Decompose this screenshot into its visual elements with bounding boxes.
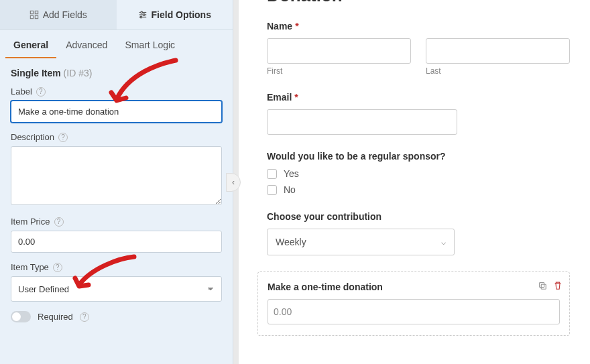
field-id: (ID #3) <box>64 68 93 78</box>
required-asterisk: * <box>294 92 298 103</box>
email-label-text: Email <box>267 92 292 103</box>
svg-rect-0 <box>30 11 33 13</box>
last-name-input[interactable] <box>426 38 570 64</box>
description-textarea[interactable] <box>11 146 222 205</box>
required-asterisk: * <box>295 21 298 32</box>
svg-point-5 <box>140 11 142 13</box>
chevron-down-icon: ⌵ <box>441 237 446 247</box>
item-type-label-text: Item Type <box>11 262 49 272</box>
name-label: Name* <box>267 21 570 32</box>
label-input[interactable] <box>11 101 222 123</box>
email-label: Email* <box>267 92 570 103</box>
form-heading: Donation <box>267 0 570 6</box>
sponsor-label: Would you like to be a regular sponsor? <box>267 151 570 162</box>
item-type-select[interactable]: User Defined <box>11 276 222 302</box>
item-price-group: Item Price ? <box>11 217 222 253</box>
first-name-input[interactable] <box>267 38 411 64</box>
contribution-label: Choose your contribution <box>267 211 570 222</box>
help-icon[interactable]: ? <box>54 217 64 227</box>
sidebar-panel: Add Fields Field Options General Advance… <box>0 0 233 364</box>
contribution-value: Weekly <box>276 237 306 247</box>
sidebar-subtabs: General Advanced Smart Logic <box>0 30 233 58</box>
chevron-left-icon: ‹ <box>232 178 235 187</box>
help-icon[interactable]: ? <box>53 263 62 272</box>
label-label: Label ? <box>11 86 222 97</box>
first-sublabel: First <box>267 66 411 76</box>
required-row: Required ? <box>11 311 222 322</box>
label-group: Label ? <box>11 86 222 123</box>
description-label: Description ? <box>11 132 222 142</box>
description-label-text: Description <box>11 132 54 142</box>
email-field: Email* <box>267 92 570 135</box>
subtab-advanced[interactable]: Advanced <box>58 30 115 58</box>
required-toggle[interactable] <box>11 311 31 322</box>
item-price-input[interactable] <box>11 231 222 253</box>
svg-rect-10 <box>539 282 544 287</box>
help-icon[interactable]: ? <box>58 133 68 142</box>
item-price-label-text: Item Price <box>11 217 50 227</box>
tab-field-options-label: Field Options <box>152 9 211 20</box>
svg-rect-2 <box>30 15 33 18</box>
donation-label: Make a one-time donation <box>268 282 560 292</box>
sponsor-no[interactable]: No <box>267 184 570 195</box>
name-label-text: Name <box>267 21 292 32</box>
trash-icon[interactable] <box>552 280 563 290</box>
subtab-smart-logic[interactable]: Smart Logic <box>117 30 183 58</box>
field-options-panel: Single Item (ID #3) Label ? Description … <box>0 58 233 336</box>
label-text: Label <box>11 86 32 97</box>
contribution-field: Choose your contribution Weekly ⌵ <box>267 211 570 255</box>
tab-add-fields[interactable]: Add Fields <box>0 0 117 29</box>
tab-field-options[interactable]: Field Options <box>117 0 233 29</box>
donation-field-selected[interactable]: Make a one-time donation <box>257 271 570 336</box>
item-type-group: Item Type ? User Defined <box>11 262 222 302</box>
required-label: Required <box>38 312 73 322</box>
tab-add-fields-label: Add Fields <box>43 9 87 20</box>
field-title: Single Item (ID #3) <box>11 68 222 78</box>
description-group: Description ? <box>11 132 222 207</box>
grid-icon <box>30 10 39 19</box>
subtab-general[interactable]: General <box>5 30 56 58</box>
svg-point-7 <box>143 14 145 16</box>
donation-amount-input[interactable] <box>268 299 560 324</box>
sponsor-yes[interactable]: Yes <box>267 168 570 179</box>
field-type-name: Single Item <box>11 68 61 78</box>
form-preview: Donation Name* First Last Email* Would y… <box>233 0 590 364</box>
item-type-label: Item Type ? <box>11 262 222 272</box>
duplicate-icon[interactable] <box>537 280 547 290</box>
sliders-icon <box>138 10 148 19</box>
sidebar-top-tabs: Add Fields Field Options <box>0 0 233 30</box>
help-icon[interactable]: ? <box>80 312 89 322</box>
help-icon[interactable]: ? <box>36 87 46 97</box>
email-input[interactable] <box>267 109 457 135</box>
svg-point-9 <box>140 16 142 18</box>
checkbox-icon <box>267 169 277 179</box>
sponsor-yes-label: Yes <box>284 168 299 179</box>
sponsor-field: Would you like to be a regular sponsor? … <box>267 151 570 195</box>
svg-rect-3 <box>35 15 38 18</box>
last-sublabel: Last <box>426 66 570 76</box>
sponsor-no-label: No <box>284 184 296 195</box>
contribution-select[interactable]: Weekly ⌵ <box>267 229 455 255</box>
name-field: Name* First Last <box>267 21 570 76</box>
checkbox-icon <box>267 185 277 195</box>
svg-rect-1 <box>35 11 38 13</box>
item-price-label: Item Price ? <box>11 217 222 227</box>
svg-rect-11 <box>541 284 546 289</box>
